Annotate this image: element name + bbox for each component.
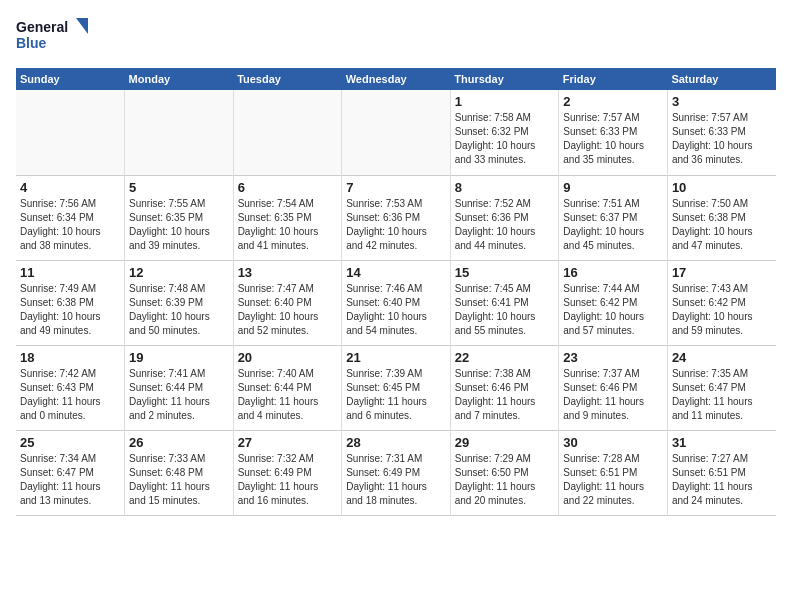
day-info: Sunrise: 7:44 AMSunset: 6:42 PMDaylight:… (563, 282, 663, 338)
calendar-cell: 15Sunrise: 7:45 AMSunset: 6:41 PMDayligh… (450, 260, 559, 345)
day-info: Sunrise: 7:31 AMSunset: 6:49 PMDaylight:… (346, 452, 446, 508)
day-number: 24 (672, 350, 772, 365)
week-row-5: 25Sunrise: 7:34 AMSunset: 6:47 PMDayligh… (16, 430, 776, 515)
day-info: Sunrise: 7:39 AMSunset: 6:45 PMDaylight:… (346, 367, 446, 423)
calendar-cell: 27Sunrise: 7:32 AMSunset: 6:49 PMDayligh… (233, 430, 342, 515)
calendar-cell: 22Sunrise: 7:38 AMSunset: 6:46 PMDayligh… (450, 345, 559, 430)
calendar-body: 1Sunrise: 7:58 AMSunset: 6:32 PMDaylight… (16, 90, 776, 515)
day-info: Sunrise: 7:54 AMSunset: 6:35 PMDaylight:… (238, 197, 338, 253)
calendar-cell: 30Sunrise: 7:28 AMSunset: 6:51 PMDayligh… (559, 430, 668, 515)
day-number: 18 (20, 350, 120, 365)
calendar-cell: 9Sunrise: 7:51 AMSunset: 6:37 PMDaylight… (559, 175, 668, 260)
day-info: Sunrise: 7:50 AMSunset: 6:38 PMDaylight:… (672, 197, 772, 253)
page-header: GeneralBlue (16, 16, 776, 56)
day-info: Sunrise: 7:55 AMSunset: 6:35 PMDaylight:… (129, 197, 229, 253)
header-day-sunday: Sunday (16, 68, 125, 90)
svg-marker-1 (76, 18, 88, 34)
calendar-cell (233, 90, 342, 175)
day-info: Sunrise: 7:37 AMSunset: 6:46 PMDaylight:… (563, 367, 663, 423)
day-number: 8 (455, 180, 555, 195)
header-day-tuesday: Tuesday (233, 68, 342, 90)
day-number: 20 (238, 350, 338, 365)
calendar-cell: 24Sunrise: 7:35 AMSunset: 6:47 PMDayligh… (667, 345, 776, 430)
week-row-4: 18Sunrise: 7:42 AMSunset: 6:43 PMDayligh… (16, 345, 776, 430)
calendar-cell: 13Sunrise: 7:47 AMSunset: 6:40 PMDayligh… (233, 260, 342, 345)
day-info: Sunrise: 7:53 AMSunset: 6:36 PMDaylight:… (346, 197, 446, 253)
calendar-cell: 29Sunrise: 7:29 AMSunset: 6:50 PMDayligh… (450, 430, 559, 515)
day-info: Sunrise: 7:47 AMSunset: 6:40 PMDaylight:… (238, 282, 338, 338)
day-number: 17 (672, 265, 772, 280)
calendar-cell: 11Sunrise: 7:49 AMSunset: 6:38 PMDayligh… (16, 260, 125, 345)
calendar-cell (125, 90, 234, 175)
calendar-cell: 21Sunrise: 7:39 AMSunset: 6:45 PMDayligh… (342, 345, 451, 430)
calendar-cell: 17Sunrise: 7:43 AMSunset: 6:42 PMDayligh… (667, 260, 776, 345)
day-number: 2 (563, 94, 663, 109)
calendar-cell: 26Sunrise: 7:33 AMSunset: 6:48 PMDayligh… (125, 430, 234, 515)
day-info: Sunrise: 7:58 AMSunset: 6:32 PMDaylight:… (455, 111, 555, 167)
calendar-cell: 18Sunrise: 7:42 AMSunset: 6:43 PMDayligh… (16, 345, 125, 430)
calendar-cell: 14Sunrise: 7:46 AMSunset: 6:40 PMDayligh… (342, 260, 451, 345)
svg-text:General: General (16, 19, 68, 35)
calendar-cell: 12Sunrise: 7:48 AMSunset: 6:39 PMDayligh… (125, 260, 234, 345)
day-info: Sunrise: 7:43 AMSunset: 6:42 PMDaylight:… (672, 282, 772, 338)
day-info: Sunrise: 7:57 AMSunset: 6:33 PMDaylight:… (672, 111, 772, 167)
day-number: 4 (20, 180, 120, 195)
day-number: 1 (455, 94, 555, 109)
day-number: 25 (20, 435, 120, 450)
calendar-table: SundayMondayTuesdayWednesdayThursdayFrid… (16, 68, 776, 516)
day-info: Sunrise: 7:29 AMSunset: 6:50 PMDaylight:… (455, 452, 555, 508)
day-number: 23 (563, 350, 663, 365)
day-info: Sunrise: 7:41 AMSunset: 6:44 PMDaylight:… (129, 367, 229, 423)
header-day-saturday: Saturday (667, 68, 776, 90)
day-number: 14 (346, 265, 446, 280)
header-day-monday: Monday (125, 68, 234, 90)
day-number: 9 (563, 180, 663, 195)
day-info: Sunrise: 7:32 AMSunset: 6:49 PMDaylight:… (238, 452, 338, 508)
calendar-cell (16, 90, 125, 175)
calendar-cell: 2Sunrise: 7:57 AMSunset: 6:33 PMDaylight… (559, 90, 668, 175)
calendar-cell: 5Sunrise: 7:55 AMSunset: 6:35 PMDaylight… (125, 175, 234, 260)
day-number: 30 (563, 435, 663, 450)
day-info: Sunrise: 7:52 AMSunset: 6:36 PMDaylight:… (455, 197, 555, 253)
day-number: 3 (672, 94, 772, 109)
day-number: 12 (129, 265, 229, 280)
day-info: Sunrise: 7:40 AMSunset: 6:44 PMDaylight:… (238, 367, 338, 423)
calendar-cell: 10Sunrise: 7:50 AMSunset: 6:38 PMDayligh… (667, 175, 776, 260)
logo: GeneralBlue (16, 16, 96, 56)
calendar-header: SundayMondayTuesdayWednesdayThursdayFrid… (16, 68, 776, 90)
day-info: Sunrise: 7:38 AMSunset: 6:46 PMDaylight:… (455, 367, 555, 423)
day-number: 6 (238, 180, 338, 195)
header-day-friday: Friday (559, 68, 668, 90)
calendar-cell: 25Sunrise: 7:34 AMSunset: 6:47 PMDayligh… (16, 430, 125, 515)
week-row-1: 1Sunrise: 7:58 AMSunset: 6:32 PMDaylight… (16, 90, 776, 175)
day-number: 5 (129, 180, 229, 195)
day-number: 16 (563, 265, 663, 280)
day-info: Sunrise: 7:33 AMSunset: 6:48 PMDaylight:… (129, 452, 229, 508)
calendar-cell: 23Sunrise: 7:37 AMSunset: 6:46 PMDayligh… (559, 345, 668, 430)
day-number: 27 (238, 435, 338, 450)
day-info: Sunrise: 7:46 AMSunset: 6:40 PMDaylight:… (346, 282, 446, 338)
day-info: Sunrise: 7:28 AMSunset: 6:51 PMDaylight:… (563, 452, 663, 508)
day-number: 7 (346, 180, 446, 195)
calendar-cell: 6Sunrise: 7:54 AMSunset: 6:35 PMDaylight… (233, 175, 342, 260)
day-info: Sunrise: 7:42 AMSunset: 6:43 PMDaylight:… (20, 367, 120, 423)
day-number: 10 (672, 180, 772, 195)
day-number: 19 (129, 350, 229, 365)
day-number: 21 (346, 350, 446, 365)
calendar-cell (342, 90, 451, 175)
calendar-cell: 4Sunrise: 7:56 AMSunset: 6:34 PMDaylight… (16, 175, 125, 260)
day-info: Sunrise: 7:48 AMSunset: 6:39 PMDaylight:… (129, 282, 229, 338)
calendar-cell: 19Sunrise: 7:41 AMSunset: 6:44 PMDayligh… (125, 345, 234, 430)
day-info: Sunrise: 7:51 AMSunset: 6:37 PMDaylight:… (563, 197, 663, 253)
day-info: Sunrise: 7:34 AMSunset: 6:47 PMDaylight:… (20, 452, 120, 508)
calendar-cell: 8Sunrise: 7:52 AMSunset: 6:36 PMDaylight… (450, 175, 559, 260)
day-info: Sunrise: 7:49 AMSunset: 6:38 PMDaylight:… (20, 282, 120, 338)
calendar-cell: 28Sunrise: 7:31 AMSunset: 6:49 PMDayligh… (342, 430, 451, 515)
svg-text:Blue: Blue (16, 35, 47, 51)
calendar-cell: 16Sunrise: 7:44 AMSunset: 6:42 PMDayligh… (559, 260, 668, 345)
calendar-cell: 20Sunrise: 7:40 AMSunset: 6:44 PMDayligh… (233, 345, 342, 430)
header-day-thursday: Thursday (450, 68, 559, 90)
day-info: Sunrise: 7:56 AMSunset: 6:34 PMDaylight:… (20, 197, 120, 253)
day-number: 11 (20, 265, 120, 280)
day-number: 28 (346, 435, 446, 450)
